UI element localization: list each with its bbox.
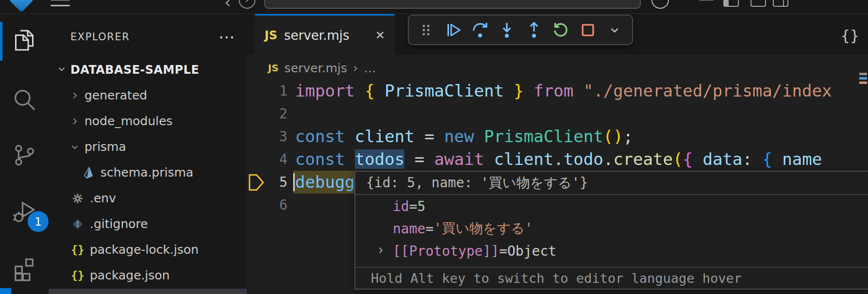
tree-item-package-lock-json[interactable]: {}package-lock.json	[49, 237, 247, 262]
stop-button[interactable]	[577, 17, 599, 43]
tree-item-label: schema.prisma	[100, 165, 193, 180]
property-value: Object	[507, 243, 556, 259]
activity-search-icon[interactable]	[0, 80, 49, 119]
code-text: const client = new PrismaClient();	[295, 125, 633, 148]
code-line-2[interactable]: 2	[247, 102, 868, 125]
close-icon[interactable]: ✕	[375, 29, 385, 42]
toggle-sidebar-icon[interactable]	[723, 0, 739, 7]
code-text: import { PrismaClient } from "./generate…	[295, 80, 832, 102]
more-button[interactable]	[604, 17, 625, 43]
tab-server-mjs[interactable]: JS server.mjs ✕	[255, 14, 395, 55]
remote-indicator[interactable]	[0, 288, 11, 294]
activity-extensions-icon[interactable]	[0, 249, 49, 288]
property-name: name	[393, 221, 425, 237]
tree-item-node-modules[interactable]: node_modules	[49, 108, 247, 134]
git-icon	[70, 217, 85, 231]
property-name: id	[393, 198, 409, 214]
account-icon[interactable]	[651, 0, 669, 9]
text-cursor	[293, 173, 295, 191]
editor-group: JS server.mjs ✕ {} JS server.mjs › … 1im…	[247, 14, 868, 294]
menu-icon[interactable]	[50, 0, 70, 11]
chevron-right-icon	[69, 115, 81, 127]
line-number: 3	[247, 125, 287, 148]
code-line-3[interactable]: 3const client = new PrismaClient();	[247, 125, 868, 148]
breadcrumb: JS server.mjs › …	[247, 55, 868, 81]
tree-item-label: node_modules	[84, 114, 173, 128]
property-name: [[Prototype]]	[393, 243, 499, 259]
breadcrumb-file[interactable]: server.mjs	[284, 61, 347, 75]
explorer-header: EXPLORER ⋯	[49, 23, 247, 50]
activity-explorer-icon[interactable]	[0, 21, 49, 60]
tab-label: server.mjs	[284, 28, 371, 43]
tree-item-label: .env	[90, 191, 116, 205]
activity-bar: 1	[0, 14, 49, 294]
js-file-icon: JS	[265, 29, 277, 42]
tree-item-generated[interactable]: generated	[49, 82, 247, 108]
debug-hover-preview: {id: 5, name: '買い物をする'}	[355, 172, 868, 195]
explorer-sidebar: EXPLORER ⋯ DATABASE-SAMPLE generatednode…	[49, 14, 247, 294]
nav-back-icon[interactable]: ‹	[224, 0, 231, 12]
debug-toolbar	[408, 15, 633, 45]
chevron-right-icon: ›	[353, 61, 358, 75]
minimap-mark	[859, 82, 867, 84]
step-out-button[interactable]	[523, 17, 545, 43]
tree-selected-row-partial[interactable]	[49, 289, 247, 294]
file-tree: generatednode_modulesprismaschema.prisma…	[49, 82, 247, 288]
json-icon: {}	[70, 269, 85, 282]
tree-root-label: DATABASE-SAMPLE	[70, 63, 199, 77]
code-line-1[interactable]: 1import { PrismaClient } from "./generat…	[247, 80, 868, 102]
tree-root-database-sample[interactable]: DATABASE-SAMPLE	[49, 57, 247, 82]
tree-item-label: prisma	[84, 140, 126, 154]
tree-item-label: package.json	[90, 268, 170, 282]
gear-icon	[70, 192, 85, 205]
code-text: const todos = await client.todo.create({…	[295, 148, 822, 171]
tree-item-package-json[interactable]: {}package.json	[49, 262, 247, 288]
tree-item-schema-prisma[interactable]: schema.prisma	[49, 160, 247, 185]
equals-sign: =	[499, 243, 507, 259]
line-number: 6	[247, 194, 287, 216]
line-number: 4	[247, 148, 287, 171]
brackets-icon[interactable]: {}	[841, 27, 859, 44]
toggle-panel-icon[interactable]	[751, 0, 766, 7]
tree-item-label: .gitignore	[90, 217, 148, 231]
minimap-mark	[859, 77, 867, 80]
nav-forward-icon[interactable]: ›	[239, 0, 255, 9]
restart-button[interactable]	[550, 17, 571, 43]
tree-item-label: package-lock.json	[90, 243, 199, 257]
toggle-secondary-sidebar-icon[interactable]	[773, 0, 788, 7]
equals-sign: =	[409, 198, 417, 214]
command-center[interactable]	[264, 0, 641, 9]
title-bar: ‹ ›	[0, 0, 868, 14]
vscode-logo-icon	[9, 0, 34, 12]
property-value: 5	[417, 198, 426, 214]
chevron-down-icon	[56, 63, 67, 77]
code-line-4[interactable]: 4const todos = await client.todo.create(…	[247, 148, 868, 171]
debug-badge: 1	[28, 211, 49, 232]
hover-hint: Hold Alt key to switch to editor languag…	[355, 267, 868, 289]
hover-property-name: name = '買い物をする'	[355, 217, 868, 240]
tree-item--env[interactable]: .env	[49, 185, 247, 211]
tree-item-prisma[interactable]: prisma	[49, 134, 247, 160]
breadcrumb-symbol[interactable]: …	[364, 61, 376, 75]
chevron-right-icon[interactable]	[375, 244, 386, 260]
activity-source-control-icon[interactable]	[0, 136, 49, 175]
vscode-window: ‹ › 1 EXPLORER ⋯ DATABASE-SAMPLE generat…	[0, 0, 868, 294]
continue-button[interactable]	[442, 17, 464, 43]
line-number: 5	[247, 171, 287, 194]
more-actions-icon[interactable]: ⋯	[215, 23, 239, 50]
chevron-right-icon	[69, 90, 81, 101]
prisma-icon	[81, 165, 96, 180]
tree-item-label: generated	[84, 88, 147, 102]
step-over-button[interactable]	[469, 17, 491, 43]
step-into-button[interactable]	[496, 17, 517, 43]
code-text: debugg	[295, 171, 355, 194]
tree-item--gitignore[interactable]: .gitignore	[49, 211, 247, 237]
equals-sign: =	[425, 221, 434, 237]
property-value: '買い物をする'	[434, 219, 533, 238]
hover-property-prototype[interactable]: [[Prototype]] = Object	[355, 240, 868, 262]
line-number: 1	[247, 80, 287, 102]
js-file-icon: JS	[268, 62, 279, 74]
layout-grid-icon[interactable]	[699, 0, 713, 5]
minimap-mark	[859, 73, 867, 75]
line-number: 2	[247, 102, 287, 125]
